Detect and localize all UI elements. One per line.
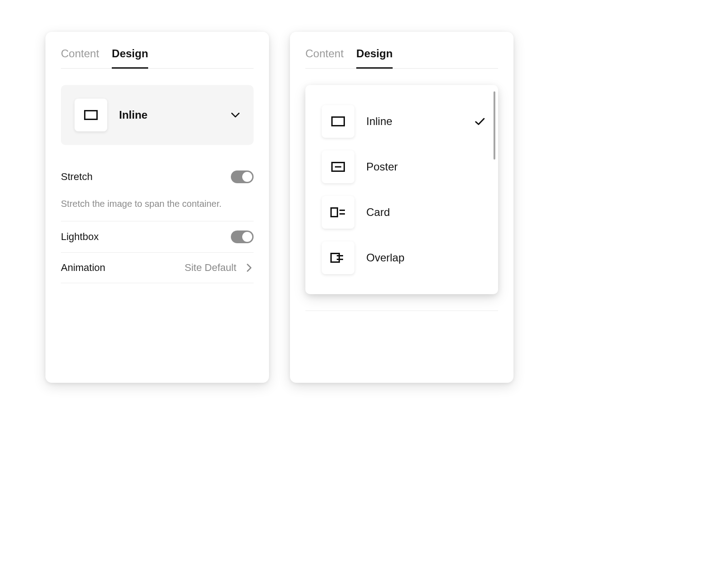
toggle-knob <box>242 232 252 242</box>
tabs: Content Design <box>305 47 498 69</box>
layout-option-label: Inline <box>366 115 463 128</box>
stretch-toggle[interactable] <box>231 170 254 183</box>
tab-design[interactable]: Design <box>112 47 148 68</box>
stretch-description: Stretch the image to span the container. <box>61 192 254 221</box>
layout-option-overlap[interactable]: Overlap <box>319 235 488 280</box>
chevron-right-icon <box>244 263 254 272</box>
layout-option-poster[interactable]: Poster <box>319 144 488 190</box>
layout-selected-label: Inline <box>119 109 219 121</box>
stretch-label: Stretch <box>61 171 93 183</box>
settings-panel-right: Content Design Inline <box>290 32 514 383</box>
svg-rect-0 <box>85 111 97 120</box>
svg-rect-9 <box>337 259 343 260</box>
layout-option-label: Overlap <box>366 251 485 264</box>
layout-selector[interactable]: Inline <box>61 85 254 145</box>
dropdown-scrollbar[interactable] <box>494 91 495 160</box>
animation-value: Site Default <box>184 262 236 274</box>
divider <box>305 311 498 311</box>
layout-option-card[interactable]: Card <box>319 190 488 235</box>
tab-content[interactable]: Content <box>305 47 344 68</box>
svg-rect-7 <box>331 254 339 262</box>
svg-rect-8 <box>337 255 343 256</box>
stretch-row: Stretch <box>61 161 254 192</box>
inline-icon <box>75 99 107 131</box>
overlap-icon <box>322 241 354 274</box>
settings-panel-left: Content Design Inline Stretch Stretch th… <box>45 32 269 383</box>
lightbox-row: Lightbox <box>61 221 254 253</box>
chevron-down-icon <box>231 110 240 120</box>
lightbox-toggle[interactable] <box>231 230 254 243</box>
layout-dropdown: Inline Poster <box>305 85 498 294</box>
svg-rect-6 <box>339 213 345 215</box>
animation-label: Animation <box>61 262 105 274</box>
inline-icon <box>322 105 354 138</box>
svg-rect-4 <box>331 208 338 217</box>
tab-content[interactable]: Content <box>61 47 99 68</box>
tab-design[interactable]: Design <box>356 47 393 68</box>
svg-rect-5 <box>339 210 345 211</box>
layout-option-inline[interactable]: Inline <box>319 99 488 144</box>
tabs: Content Design <box>61 47 254 69</box>
layout-option-label: Card <box>366 206 485 219</box>
svg-rect-1 <box>332 117 344 126</box>
toggle-knob <box>242 172 252 182</box>
check-icon <box>474 116 485 127</box>
card-icon <box>322 196 354 229</box>
layout-option-label: Poster <box>366 160 485 173</box>
poster-icon <box>322 150 354 183</box>
svg-rect-3 <box>335 166 341 168</box>
lightbox-label: Lightbox <box>61 231 99 243</box>
animation-row[interactable]: Animation Site Default <box>61 253 254 283</box>
